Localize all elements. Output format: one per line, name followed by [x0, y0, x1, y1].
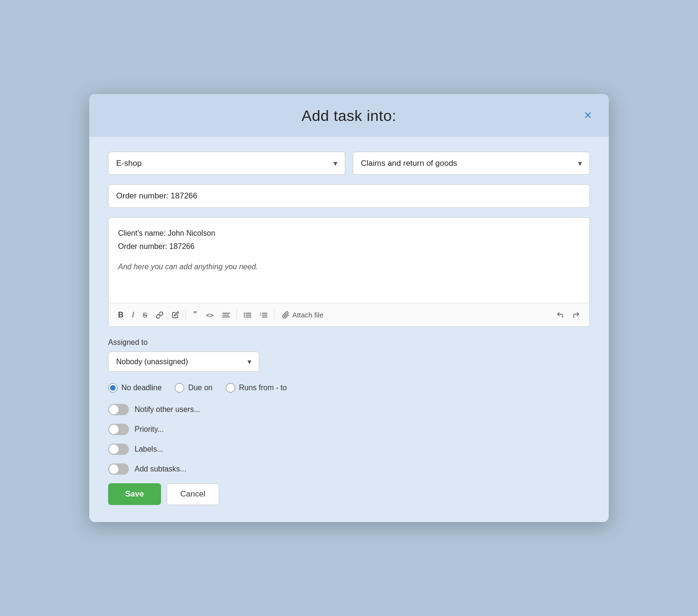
shop-select[interactable]: E-shopWeb StoreMobile App — [108, 152, 345, 175]
align-button[interactable] — [219, 309, 234, 321]
link-button[interactable] — [152, 308, 167, 322]
svg-point-3 — [244, 312, 245, 313]
labels-toggle[interactable] — [108, 444, 129, 455]
deadline-row: No deadline Due on Runs from - to — [108, 383, 590, 393]
due-on-option[interactable]: Due on — [175, 383, 213, 393]
editor-content[interactable]: Client's name: John Nicolson Order numbe… — [109, 218, 589, 303]
category-selects-row: E-shopWeb StoreMobile App ▼ Claims and r… — [108, 152, 590, 175]
assigned-to-label: Assigned to — [108, 338, 590, 347]
subtasks-toggle-row: Add subtasks... — [108, 463, 590, 475]
no-deadline-option[interactable]: No deadline — [108, 383, 162, 393]
runs-from-to-radio[interactable] — [226, 383, 235, 393]
ordered-list-button[interactable]: 1. 2. — [256, 309, 271, 321]
notify-toggle-row: Notify other users... — [108, 404, 590, 415]
quote-button[interactable]: " — [189, 307, 201, 323]
dialog-header: Add task into: × — [89, 94, 609, 137]
task-description-editor: Client's name: John Nicolson Order numbe… — [108, 217, 590, 327]
dialog-body: E-shopWeb StoreMobile App ▼ Claims and r… — [89, 137, 609, 522]
assigned-select-wrapper: Nobody (unassigned)John NicolsonJane Smi… — [108, 351, 259, 372]
code-button[interactable]: <> — [202, 308, 218, 322]
notify-label: Notify other users... — [135, 405, 200, 414]
no-deadline-radio[interactable] — [108, 383, 118, 393]
undo-button[interactable] — [553, 308, 568, 322]
category-select-wrapper: Claims and return of goodsShippingBillin… — [353, 152, 590, 175]
italic-button[interactable]: I — [128, 308, 138, 322]
editor-line-2: Order number: 187266 — [118, 240, 580, 253]
svg-text:2.: 2. — [260, 314, 262, 317]
runs-from-to-option[interactable]: Runs from - to — [226, 383, 287, 393]
due-on-radio[interactable] — [175, 383, 184, 393]
category-select[interactable]: Claims and return of goodsShippingBillin… — [353, 152, 590, 175]
dialog-title: Add task into: — [302, 107, 397, 125]
priority-toggle[interactable] — [108, 424, 129, 435]
due-on-label: Due on — [188, 384, 213, 392]
redo-button[interactable] — [569, 308, 584, 322]
close-button[interactable]: × — [580, 107, 596, 124]
order-number-input[interactable] — [108, 184, 590, 208]
toolbar-separator-1 — [186, 310, 186, 320]
assigned-select[interactable]: Nobody (unassigned)John NicolsonJane Smi… — [108, 351, 259, 372]
toolbar-separator-2 — [237, 310, 237, 320]
no-deadline-label: No deadline — [121, 384, 162, 392]
unordered-list-button[interactable] — [240, 309, 255, 321]
labels-toggle-row: Labels... — [108, 444, 590, 455]
editor-spacer — [118, 253, 580, 261]
toolbar-separator-3 — [274, 310, 274, 320]
attach-file-button[interactable]: Attach file — [277, 308, 328, 322]
editor-italic-line: And here you can add anything you need. — [118, 261, 580, 273]
priority-label: Priority... — [135, 425, 164, 434]
shop-select-wrapper: E-shopWeb StoreMobile App ▼ — [108, 152, 345, 175]
bold-button[interactable]: B — [114, 308, 128, 322]
notify-toggle[interactable] — [108, 404, 129, 415]
runs-from-to-label: Runs from - to — [239, 384, 287, 392]
strikethrough-button[interactable]: S — [139, 308, 151, 322]
svg-point-5 — [244, 316, 245, 317]
priority-toggle-row: Priority... — [108, 424, 590, 435]
editor-line-1: Client's name: John Nicolson — [118, 227, 580, 240]
cancel-button[interactable]: Cancel — [167, 483, 219, 505]
actions-row: Save Cancel — [108, 483, 590, 505]
svg-point-4 — [244, 314, 245, 315]
editor-toolbar: B I S " <> — [109, 303, 589, 326]
save-button[interactable]: Save — [108, 483, 161, 505]
add-task-dialog: Add task into: × E-shopWeb StoreMobile A… — [89, 94, 609, 522]
pencil-button[interactable] — [168, 308, 183, 321]
subtasks-toggle[interactable] — [108, 463, 129, 475]
labels-label: Labels... — [135, 445, 163, 453]
subtasks-label: Add subtasks... — [135, 465, 186, 473]
